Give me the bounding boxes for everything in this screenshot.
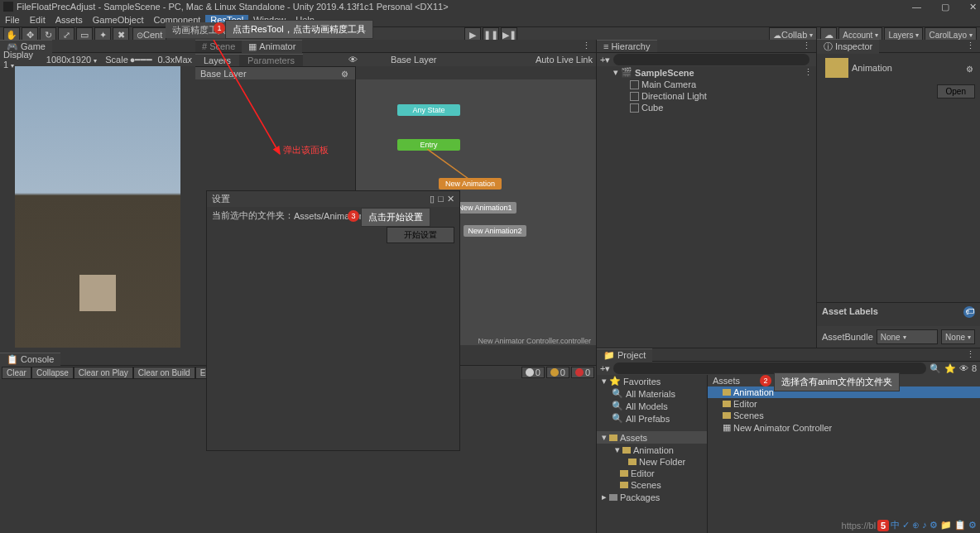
collapse-button[interactable]: Collapse (31, 367, 74, 379)
warn-count[interactable]: 0 (546, 367, 569, 378)
hidden-icon[interactable]: 👁 (959, 363, 968, 373)
game-view (15, 66, 180, 348)
scene-item[interactable]: ▾ 🎬 SampleScene⋮ (597, 66, 816, 79)
hierarchy-item-light[interactable]: Directional Light (597, 90, 816, 102)
clear-button[interactable]: Clear (2, 367, 31, 379)
tab-project[interactable]: 📁 Project (597, 348, 652, 362)
clear-on-build-button[interactable]: Clear on Build (133, 367, 195, 379)
resolution-dropdown[interactable]: 1080x1920 (46, 55, 97, 65)
close-icon[interactable]: ✕ (969, 0, 977, 13)
clear-on-play-button[interactable]: Clear on Play (74, 367, 133, 379)
hidden-count: 8 (972, 363, 977, 373)
all-prefabs[interactable]: 🔍 All Prefabs (597, 412, 707, 425)
label-icon[interactable]: 🏷 (963, 306, 975, 318)
animation-folder[interactable]: ▾ Animation (597, 444, 707, 456)
new-folder[interactable]: New Folder (597, 456, 707, 468)
annotation-number-1: 1 (214, 22, 225, 34)
titlebar: FileFloatPrecAdjust - SampleScene - PC, … (0, 0, 980, 13)
animator-footer: New Animator Controller.controller (478, 337, 591, 345)
favorite-icon[interactable]: ⭐ (944, 363, 956, 374)
window-title: FileFloatPrecAdjust - SampleScene - PC, … (17, 0, 449, 13)
panel-menu-icon[interactable]: ⋮ (802, 41, 811, 51)
hierarchy-item-cube[interactable]: Cube (597, 102, 816, 113)
open-button[interactable]: Open (937, 84, 975, 98)
eye-icon[interactable]: 👁 (348, 55, 358, 65)
maximize-icon[interactable]: ▢ (941, 0, 949, 13)
panel-menu-icon[interactable]: ⋮ (966, 41, 975, 51)
all-models[interactable]: 🔍 All Models (597, 400, 707, 412)
assetbundle-label: AssetBundle (822, 332, 873, 342)
menubar: File Edit Assets GameObject Component Re… (0, 13, 980, 26)
hierarchy-item-camera[interactable]: Main Camera (597, 79, 816, 90)
menu-edit[interactable]: Edit (25, 15, 50, 25)
hierarchy-panel: ≡ Hierarchy⋮ +▾ ▾ 🎬 SampleScene⋮ Main Ca… (596, 40, 816, 348)
layer-gear-icon[interactable] (341, 69, 350, 78)
add-button[interactable]: +▾ (600, 55, 610, 65)
popup-close-icon[interactable]: ✕ (447, 194, 454, 204)
svg-line-0 (427, 149, 468, 179)
popup-min-icon[interactable]: ▯ (430, 194, 435, 204)
node-any-state[interactable]: Any State (397, 104, 460, 116)
breadcrumb-base[interactable]: Base Layer (391, 55, 490, 65)
info-count[interactable]: 0 (521, 367, 545, 378)
minimize-icon[interactable]: — (912, 0, 921, 13)
inspector-panel: ⓘ Inspector⋮ Animation Open Asset Labels… (816, 40, 980, 348)
list-nac[interactable]: ▦ New Animator Controller (708, 421, 980, 434)
menu-file[interactable]: File (0, 15, 25, 25)
list-editor[interactable]: Editor (708, 398, 980, 410)
node-new-animation1[interactable]: New Animation1 (454, 202, 516, 214)
popup-title: 设置 (212, 193, 230, 205)
asset-labels-header: Asset Labels (822, 306, 878, 316)
list-scenes[interactable]: Scenes (708, 410, 980, 421)
bundle-dropdown[interactable]: None (877, 329, 938, 344)
editor-folder[interactable]: Editor (597, 468, 707, 479)
auto-live-link[interactable]: Auto Live Link (536, 55, 593, 65)
annotation-text-3: 点击开始设置 (361, 208, 430, 227)
tab-hierarchy[interactable]: ≡ Hierarchy (597, 40, 657, 52)
project-tree: ▾ ⭐ Favorites 🔍 All Materials 🔍 All Mode… (597, 375, 708, 533)
search-icon[interactable]: 🔍 (930, 363, 941, 374)
tab-console[interactable]: 📋 Console (0, 353, 60, 366)
panel-menu-icon[interactable]: ⋮ (582, 41, 591, 51)
node-new-animation[interactable]: New Animation (439, 178, 502, 190)
scale-value: 0.3x (157, 55, 175, 65)
tab-inspector[interactable]: ⓘ Inspector (817, 39, 879, 54)
svg-line-2 (214, 40, 280, 154)
node-new-animation2[interactable]: New Animation2 (464, 225, 526, 237)
error-count[interactable]: 0 (571, 367, 594, 378)
annotation-arrow-label: 弹出该面板 (283, 144, 329, 156)
maximize-label: Max (175, 55, 192, 65)
panel-menu-icon[interactable]: ⋮ (966, 349, 975, 360)
annotation-text-1: 点击ResTool，点击动画精度工具 (225, 20, 373, 39)
packages-folder[interactable]: ▸ Packages (597, 491, 707, 503)
popup-max-icon[interactable]: □ (438, 194, 444, 204)
popup-folder-label: 当前选中的文件夹： (212, 209, 294, 222)
asset-name: Animation (852, 63, 892, 73)
scenes-folder[interactable]: Scenes (597, 479, 707, 491)
add-button[interactable]: +▾ (600, 363, 610, 374)
annotation-text-2: 选择含有anim文件的文件夹 (774, 372, 900, 391)
variant-dropdown[interactable]: None (941, 329, 975, 344)
transition-arrow (427, 149, 477, 182)
settings-popup: 设置 ▯ □ ✕ 当前选中的文件夹： Assets/Animation 开始设置 (206, 190, 460, 451)
start-settings-button[interactable]: 开始设置 (387, 227, 454, 243)
gear-icon[interactable] (966, 64, 975, 73)
unity-icon (3, 2, 13, 12)
project-list: Assets Animation Editor Scenes ▦ New Ani… (708, 375, 980, 533)
all-materials[interactable]: 🔍 All Materials (597, 387, 707, 400)
watermark: https://bl 5 中 ✓ ⊕ ♪ ⚙ 📁 📋 ⚙ (842, 519, 977, 531)
favorites-group[interactable]: ▾ ⭐ Favorites (597, 375, 707, 387)
scale-label: Scale (105, 55, 128, 65)
assets-folder[interactable]: ▾ Assets (597, 431, 707, 444)
folder-icon (825, 58, 848, 78)
game-panel: 🎮 Game Display 1 1080x1920 Scale ●━━━ 0.… (0, 40, 195, 350)
menu-gameobject[interactable]: GameObject (88, 15, 149, 25)
annotation-number-3: 3 (348, 210, 359, 222)
annotation-number-2: 2 (760, 375, 771, 387)
menu-assets[interactable]: Assets (50, 15, 88, 25)
search-input[interactable] (613, 54, 809, 65)
scene-cube (79, 275, 116, 311)
